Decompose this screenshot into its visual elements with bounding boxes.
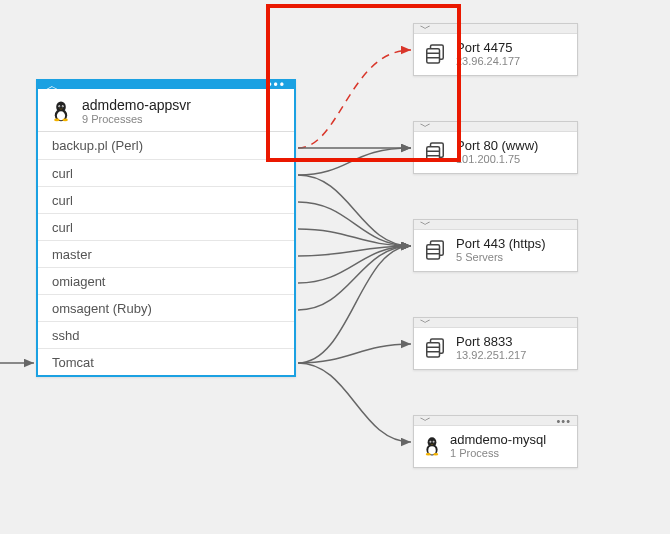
process-item[interactable]: omiagent	[38, 267, 294, 294]
chevron-down-icon[interactable]: ﹀	[420, 413, 431, 428]
server-title-row: admdemo-appsvr 9 Processes	[38, 89, 294, 132]
port-node-mysql[interactable]: ﹀ ••• admdemo-mysql 1 Process	[413, 415, 578, 468]
port-subtitle: 13.92.251.217	[456, 349, 526, 361]
svg-point-6	[62, 106, 63, 107]
server-node-header: ︿ •••	[38, 81, 294, 89]
port-node-8833[interactable]: ﹀ ••• Port 8833 13.92.251.217	[413, 317, 578, 370]
svg-point-33	[433, 452, 438, 455]
server-node-admdemo-appsvr[interactable]: ︿ ••• admdemo-appsvr 9 Processes backup.…	[36, 79, 296, 377]
svg-point-8	[62, 119, 68, 122]
port-node-body: admdemo-mysql 1 Process	[414, 426, 577, 467]
process-item[interactable]: omsagent (Ruby)	[38, 294, 294, 321]
port-node-body: Port 8833 13.92.251.217	[414, 328, 577, 369]
port-node-header: ﹀ •••	[414, 318, 577, 328]
chevron-up-icon[interactable]: ︿	[46, 79, 59, 92]
process-item[interactable]: sshd	[38, 321, 294, 348]
linux-penguin-icon	[422, 436, 442, 456]
chevron-down-icon[interactable]: ﹀	[420, 217, 431, 232]
port-subtitle: 23.96.24.177	[456, 55, 520, 67]
port-name: admdemo-mysql	[450, 432, 546, 447]
more-menu-icon[interactable]: •••	[556, 415, 571, 427]
server-subtitle: 9 Processes	[82, 113, 191, 125]
chevron-down-icon[interactable]: ﹀	[420, 315, 431, 330]
svg-rect-18	[427, 244, 440, 258]
port-name: Port 443 (https)	[456, 236, 546, 251]
port-name: Port 8833	[456, 334, 526, 349]
port-node-header: ﹀ •••	[414, 220, 577, 230]
server-name: admdemo-appsvr	[82, 97, 191, 113]
port-subtitle: 101.200.1.75	[456, 153, 538, 165]
svg-point-30	[430, 441, 431, 442]
port-name: Port 4475	[456, 40, 520, 55]
process-item[interactable]: Tomcat	[38, 348, 294, 375]
server-stack-icon	[422, 238, 448, 262]
process-item[interactable]: master	[38, 240, 294, 267]
process-item[interactable]: curl	[38, 186, 294, 213]
svg-rect-22	[427, 342, 440, 356]
svg-point-7	[54, 119, 60, 122]
port-node-443[interactable]: ﹀ ••• Port 443 (https) 5 Servers	[413, 219, 578, 272]
process-item[interactable]: backup.pl (Perl)	[38, 132, 294, 159]
process-item[interactable]: curl	[38, 159, 294, 186]
highlight-rectangle	[266, 4, 461, 162]
port-name: Port 80 (www)	[456, 138, 538, 153]
process-item[interactable]: curl	[38, 213, 294, 240]
server-stack-icon	[422, 336, 448, 360]
port-subtitle: 1 Process	[450, 447, 546, 459]
svg-point-31	[433, 441, 434, 442]
linux-penguin-icon	[50, 100, 72, 122]
svg-point-32	[426, 452, 431, 455]
svg-point-5	[59, 106, 60, 107]
process-list: backup.pl (Perl) curl curl curl master o…	[38, 132, 294, 375]
port-node-body: Port 443 (https) 5 Servers	[414, 230, 577, 271]
port-node-header: ﹀ •••	[414, 416, 577, 426]
port-subtitle: 5 Servers	[456, 251, 546, 263]
